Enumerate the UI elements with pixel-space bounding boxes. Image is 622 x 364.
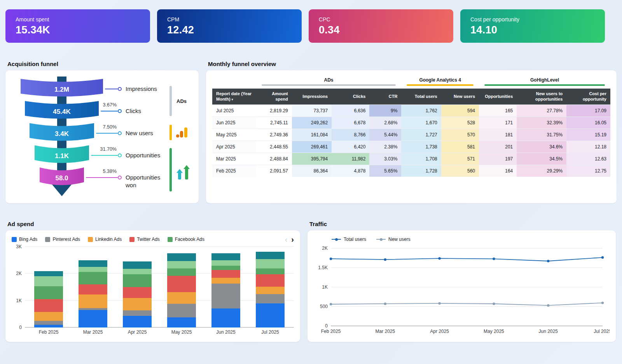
bar-segment-pinterest-ads[interactable] [34, 321, 63, 325]
cell-report-date: Apr 2025 [212, 141, 256, 153]
bar-segment-series-6[interactable] [211, 260, 240, 266]
legend-item-total-users[interactable]: Total users [332, 237, 366, 242]
legend-line-marker [332, 239, 341, 240]
bar-segment-linkedin-ads[interactable] [123, 298, 152, 310]
cell-value: 12.75 [566, 165, 610, 177]
bar-segment-linkedin-ads[interactable] [256, 287, 285, 294]
source-label-ads: ADs [176, 98, 187, 104]
legend-item-linkedin-ads[interactable]: Linkedin Ads [88, 237, 122, 242]
bar-segment-series-6[interactable] [123, 269, 152, 275]
legend-item-pinterest-ads[interactable]: Pinterest Ads [45, 237, 80, 242]
bar-segment-series-6[interactable] [167, 261, 196, 268]
bar-segment-series-7[interactable] [167, 253, 196, 261]
cell-value: 2,448.55 [256, 141, 292, 153]
bar-segment-bing-ads[interactable] [123, 316, 152, 328]
table-group-spacer [212, 76, 256, 89]
cell-value: 2,745.11 [256, 117, 292, 129]
bar-segment-pinterest-ads[interactable] [256, 294, 285, 303]
legend-prev-icon[interactable]: ‹ [285, 235, 288, 243]
bar-segment-twitter-ads[interactable] [79, 284, 107, 294]
bar-segment-facebook-ads[interactable] [34, 286, 63, 299]
table-group-google-analytics-4: Google Analytics 4 [401, 76, 479, 89]
bar-segment-series-6[interactable] [79, 267, 107, 272]
bar-segment-twitter-ads[interactable] [256, 274, 285, 287]
bar-segment-pinterest-ads[interactable] [123, 310, 152, 316]
bar-segment-pinterest-ads[interactable] [167, 304, 196, 317]
bar-segment-series-7[interactable] [34, 271, 63, 276]
cell-value: 249,262 [292, 117, 332, 129]
funnel-connector-dot [118, 131, 122, 135]
cell-value: 27.78% [517, 104, 566, 117]
data-point [384, 258, 386, 261]
bar-segment-linkedin-ads[interactable] [79, 294, 107, 308]
column-header[interactable]: Report date (Year Month) ▾ [212, 89, 256, 104]
bar-segment-facebook-ads[interactable] [79, 272, 107, 284]
funnel-stage-value: 58.0 [55, 174, 68, 182]
traffic-legend: Total usersNew users [314, 235, 610, 244]
legend-next-icon[interactable]: › [291, 235, 294, 243]
monthly-funnel-overview-section: Monthly funnel overview ADsGoogle Analyt… [206, 61, 617, 203]
traffic-line-chart[interactable]: 05001K1.5K2KFeb 2025Mar 2025Apr 2025May … [314, 244, 610, 336]
stacked-bar-jul-2025[interactable] [256, 252, 285, 327]
bar-segment-bing-ads[interactable] [211, 308, 240, 327]
legend-item-facebook-ads[interactable]: Facebook Ads [168, 237, 204, 242]
bar-segment-twitter-ads[interactable] [34, 299, 63, 312]
bar-segment-series-6[interactable] [256, 259, 285, 268]
stacked-bar-feb-2025[interactable] [34, 271, 63, 327]
funnel-connector-dot [118, 109, 122, 113]
bar-segment-facebook-ads[interactable] [211, 266, 240, 270]
data-point [601, 301, 604, 304]
column-header: New users [441, 89, 479, 104]
x-tick-label: Jun 2025 [538, 329, 558, 334]
legend-item-new-users[interactable]: New users [376, 237, 411, 242]
ad-spend-x-axis: Feb 2025Mar 2025Apr 2025May 2025Jun 2025… [25, 329, 294, 335]
x-tick-label: Jul 2025 [256, 329, 285, 335]
bar-segment-twitter-ads[interactable] [167, 276, 196, 292]
line-series-new-users[interactable] [331, 303, 603, 306]
ad-spend-section: Ad spend Bing AdsPinterest AdsLinkedin A… [5, 221, 300, 342]
data-point [438, 302, 440, 305]
bar-segment-series-7[interactable] [123, 261, 152, 269]
cell-value: 6,636 [332, 104, 369, 117]
bar-segment-linkedin-ads[interactable] [211, 278, 240, 284]
bar-segment-series-7[interactable] [256, 252, 285, 259]
scorecard-row: Amount spent 15.34K CPM 12.42 CPC 0.34 C… [5, 9, 617, 43]
stacked-bar-jun-2025[interactable] [211, 253, 240, 327]
line-series-total-users[interactable] [331, 258, 603, 261]
bar-segment-facebook-ads[interactable] [256, 268, 285, 274]
bar-segment-facebook-ads[interactable] [167, 268, 196, 276]
bar-segment-linkedin-ads[interactable] [34, 312, 63, 321]
stacked-bar-mar-2025[interactable] [79, 260, 107, 327]
legend-item-bing-ads[interactable]: Bing Ads [12, 237, 37, 242]
bar-segment-series-6[interactable] [34, 276, 63, 286]
bar-segment-linkedin-ads[interactable] [167, 292, 196, 304]
funnel-stage-percent: 3.67% [84, 102, 117, 108]
x-tick-label: Mar 2025 [375, 329, 395, 334]
bar-segment-bing-ads[interactable] [34, 325, 63, 327]
scorecard-label: CPM [167, 16, 292, 23]
stacked-bar-may-2025[interactable] [167, 253, 196, 327]
bar-segment-series-7[interactable] [211, 253, 240, 260]
bar-segment-twitter-ads[interactable] [123, 287, 152, 298]
data-point [330, 258, 332, 260]
table-row: Apr 20252,448.55269,4616,4202.38%1,73858… [212, 141, 610, 153]
bar-segment-bing-ads[interactable] [167, 317, 196, 327]
stacked-bar-apr-2025[interactable] [123, 261, 152, 327]
scorecard-cpc: CPC 0.34 [309, 9, 453, 43]
scorecard-label: CPC [319, 16, 443, 23]
bar-segment-facebook-ads[interactable] [123, 274, 152, 287]
bar-segment-bing-ads[interactable] [256, 303, 285, 327]
cell-value: 73,737 [292, 104, 332, 117]
funnel-connector-line [91, 155, 118, 156]
funnel-chart[interactable]: 1.2M45.4K3.4K1.1K58.0 [10, 75, 115, 199]
bar-segment-bing-ads[interactable] [79, 310, 107, 327]
bar-segment-twitter-ads[interactable] [211, 270, 240, 277]
data-point [547, 304, 549, 307]
column-header: Impressions [292, 89, 332, 104]
bar-segment-series-7[interactable] [79, 260, 107, 267]
bar-segment-pinterest-ads[interactable] [211, 284, 240, 308]
legend-item-twitter-ads[interactable]: Twitter Ads [129, 237, 160, 242]
cell-value: 1,762 [401, 104, 441, 117]
cell-value: 2,488.84 [256, 153, 292, 165]
cell-report-date: Jul 2025 [212, 104, 256, 117]
